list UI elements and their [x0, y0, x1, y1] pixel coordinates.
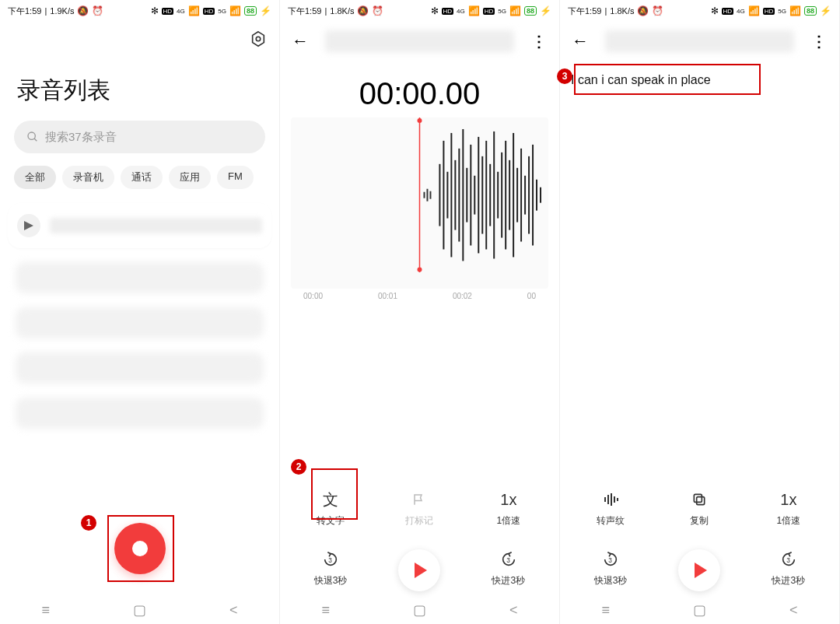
record-button[interactable]: [114, 523, 166, 574]
hd-badge: HD: [162, 8, 174, 15]
mute-icon: 🔕: [637, 6, 649, 16]
recording-title-redacted: [605, 30, 794, 52]
network-gen-b: 5G: [778, 8, 786, 15]
nav-home-icon[interactable]: ▢: [693, 601, 706, 619]
callout-badge-3: 3: [557, 68, 572, 84]
more-icon[interactable]: ⋮: [808, 30, 830, 52]
back-button[interactable]: ←: [289, 30, 311, 52]
screen-transcript: 下午1:59 | 1.8K/s 🔕 ⏰ ✻ HD 4G 📶 HD 5G 📶 88…: [560, 0, 840, 624]
ctrl-label: 1倍速: [776, 514, 800, 528]
chip-all[interactable]: 全部: [14, 166, 56, 189]
signal-icon: 📶: [748, 6, 760, 16]
axis-tick: 00: [527, 292, 536, 300]
chip-apps[interactable]: 应用: [169, 166, 211, 189]
network-gen-a: 4G: [737, 8, 745, 15]
svg-text:3: 3: [786, 557, 790, 564]
nav-menu-icon[interactable]: ≡: [41, 602, 50, 619]
nav-back-icon[interactable]: <: [229, 602, 238, 619]
list-item-redacted: [16, 307, 264, 338]
callout-badge-2: 2: [291, 459, 306, 475]
play-button[interactable]: [655, 549, 744, 591]
recording-title-redacted: [50, 218, 262, 233]
settings-icon[interactable]: [250, 30, 267, 47]
more-icon[interactable]: ⋮: [528, 30, 550, 52]
status-time: 下午1:59: [568, 5, 601, 17]
list-item[interactable]: [8, 203, 271, 248]
svg-point-2: [28, 132, 35, 139]
speed-icon: 1x: [500, 489, 516, 510]
play-button[interactable]: [375, 549, 464, 591]
voiceprint-button[interactable]: 转声纹: [566, 489, 655, 528]
status-bar: 下午1:59 | 1.8K/s 🔕 ⏰ ✻ HD 4G 📶 HD 5G 📶 88…: [280, 0, 559, 22]
charging-icon: ⚡: [820, 6, 831, 16]
ctrl-label: 1倍速: [496, 514, 520, 528]
svg-marker-4: [24, 221, 33, 230]
ctrl-label: 快退3秒: [594, 574, 628, 587]
list-item-redacted: [16, 352, 264, 384]
callout-badge-1: 1: [81, 515, 96, 531]
speed-icon: 1x: [780, 489, 796, 510]
rewind-icon: 3: [602, 549, 619, 570]
ctrl-label: 快进3秒: [492, 574, 525, 587]
screen-recordings-list: 下午1:59 | 1.9K/s 🔕 ⏰ ✻ HD 4G 📶 HD 5G 📶 88…: [0, 0, 280, 624]
hd-badge-2: HD: [203, 8, 215, 15]
svg-text:3: 3: [608, 557, 612, 564]
ctrl-label: 转文字: [317, 514, 345, 528]
ctrl-label: 打标记: [405, 514, 433, 528]
rewind-icon: 3: [322, 549, 339, 570]
svg-text:3: 3: [328, 557, 332, 564]
waveform-area[interactable]: [291, 117, 548, 289]
chip-recorder[interactable]: 录音机: [62, 166, 114, 189]
speed-button[interactable]: 1x 1倍速: [744, 489, 833, 528]
speed-button[interactable]: 1x 1倍速: [464, 489, 553, 528]
svg-line-3: [34, 138, 37, 141]
back-button[interactable]: ←: [569, 30, 591, 52]
ctrl-label: 快退3秒: [314, 574, 348, 587]
signal-icon-2: 📶: [509, 6, 521, 16]
to-text-button[interactable]: 文 转文字: [286, 489, 375, 528]
flag-icon: [412, 489, 426, 510]
page-title: 录音列表: [0, 56, 279, 121]
network-gen-a: 4G: [457, 8, 465, 15]
time-axis: 00:00 00:01 00:02 00: [291, 289, 548, 300]
hd-badge-2: HD: [763, 8, 775, 15]
nav-home-icon[interactable]: ▢: [413, 601, 426, 619]
search-input[interactable]: 搜索37条录音: [14, 121, 265, 153]
bluetooth-icon: ✻: [151, 6, 159, 16]
network-gen-b: 5G: [498, 8, 506, 15]
charging-icon: ⚡: [540, 6, 551, 16]
nav-back-icon[interactable]: <: [789, 602, 798, 619]
top-bar: [0, 22, 279, 56]
system-nav: ≡ ▢ <: [560, 596, 839, 624]
mute-icon: 🔕: [77, 6, 89, 16]
battery-indicator: 88: [524, 6, 537, 16]
play-icon: [678, 549, 720, 591]
signal-icon-2: 📶: [229, 6, 241, 16]
waveform: [291, 117, 548, 272]
svg-rect-46: [695, 494, 702, 502]
hd-badge: HD: [442, 8, 454, 15]
copy-button[interactable]: 复制: [655, 489, 744, 528]
status-time: 下午1:59: [288, 5, 321, 17]
playback-timer: 00:00.00: [280, 61, 559, 117]
copy-icon: [691, 489, 707, 510]
screen-player: 下午1:59 | 1.8K/s 🔕 ⏰ ✻ HD 4G 📶 HD 5G 📶 88…: [280, 0, 560, 624]
nav-back-icon[interactable]: <: [509, 602, 518, 619]
nav-menu-icon[interactable]: ≡: [601, 602, 610, 619]
chip-calls[interactable]: 通话: [121, 166, 163, 189]
search-placeholder: 搜索37条录音: [45, 130, 117, 145]
nav-menu-icon[interactable]: ≡: [321, 602, 330, 619]
status-netspeed: 1.8K/s: [610, 6, 634, 16]
nav-home-icon[interactable]: ▢: [133, 601, 146, 619]
forward-button[interactable]: 3 快进3秒: [464, 549, 553, 591]
mark-button[interactable]: 打标记: [375, 489, 464, 528]
player-controls: 文 转文字 打标记 1x 1倍速 3 快退3秒 3 快进3秒: [280, 489, 559, 591]
hd-badge-2: HD: [483, 8, 495, 15]
rewind-button[interactable]: 3 快退3秒: [286, 549, 375, 591]
forward-button[interactable]: 3 快进3秒: [744, 549, 833, 591]
transcript-text[interactable]: I can i can speak in place: [571, 73, 828, 92]
signal-icon-2: 📶: [789, 6, 801, 16]
rewind-button[interactable]: 3 快退3秒: [566, 549, 655, 591]
chip-fm[interactable]: FM: [217, 166, 254, 189]
play-icon[interactable]: [17, 214, 40, 237]
